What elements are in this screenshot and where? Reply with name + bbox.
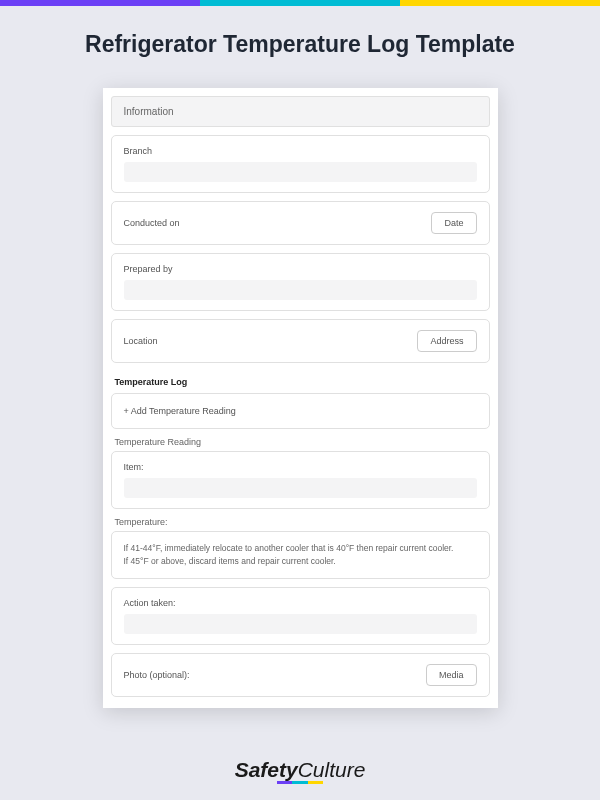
item-input[interactable]: [124, 478, 477, 498]
conducted-on-label: Conducted on: [124, 218, 180, 228]
branch-input[interactable]: [124, 162, 477, 182]
item-card: Item:: [111, 451, 490, 509]
add-temperature-reading-button[interactable]: + Add Temperature Reading: [111, 393, 490, 429]
media-button[interactable]: Media: [426, 664, 477, 686]
top-accent-bar: [0, 0, 600, 6]
temperature-instructions: If 41-44°F, immediately relocate to anot…: [111, 531, 490, 579]
instruction-line-1: If 41-44°F, immediately relocate to anot…: [124, 542, 477, 555]
location-label: Location: [124, 336, 158, 346]
item-label: Item:: [124, 462, 477, 472]
page-title: Refrigerator Temperature Log Template: [0, 6, 600, 88]
photo-label: Photo (optional):: [124, 670, 190, 680]
footer: SafetyCulture: [0, 758, 600, 782]
action-taken-label: Action taken:: [124, 598, 477, 608]
action-taken-input[interactable]: [124, 614, 477, 634]
brand-logo: SafetyCulture: [235, 758, 366, 782]
photo-card: Photo (optional): Media: [111, 653, 490, 697]
prepared-by-input[interactable]: [124, 280, 477, 300]
branch-card: Branch: [111, 135, 490, 193]
information-header: Information: [111, 96, 490, 127]
location-card: Location Address: [111, 319, 490, 363]
branch-label: Branch: [124, 146, 477, 156]
instruction-line-2: If 45°F or above, discard items and repa…: [124, 555, 477, 568]
action-taken-card: Action taken:: [111, 587, 490, 645]
prepared-by-label: Prepared by: [124, 264, 477, 274]
temperature-log-title: Temperature Log: [115, 377, 486, 387]
temperature-reading-label: Temperature Reading: [115, 437, 486, 447]
form-container: Information Branch Conducted on Date Pre…: [103, 88, 498, 708]
date-button[interactable]: Date: [431, 212, 476, 234]
conducted-on-card: Conducted on Date: [111, 201, 490, 245]
temperature-label: Temperature:: [115, 517, 486, 527]
prepared-by-card: Prepared by: [111, 253, 490, 311]
address-button[interactable]: Address: [417, 330, 476, 352]
